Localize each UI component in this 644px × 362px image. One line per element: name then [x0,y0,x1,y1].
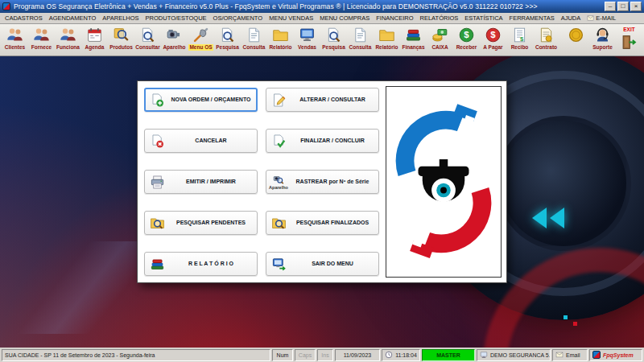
menu-email-label: E-MAIL [596,14,616,22]
toolbar-label: Fornece [31,44,52,51]
status-email[interactable]: Email [552,349,588,361]
people-icon [33,27,50,43]
toolbar-receber[interactable]: Receber [453,25,480,51]
toolbar-label: Funciona [56,44,80,51]
menu-relatorios[interactable]: RELATÓRIOS [417,13,462,23]
folder-icon [272,27,289,43]
box-search-icon [113,27,130,43]
status-location: SUA CIDADE - SP 11 de Setembro de 2023 -… [2,349,270,361]
toolbar-relatorio-vendas[interactable]: Relatório [374,25,400,51]
toolbar-clientes[interactable]: Clientes [2,25,28,51]
people-icon [6,27,23,43]
monitor-icon [299,27,316,43]
toolbar-label: Contrato [535,44,557,51]
button-label: PESQUISAR PENDENTES [168,220,254,226]
button-label: R E L A T Ó R I O [168,261,254,267]
wrench-camera-logo-icon [387,101,500,262]
computer-icon [480,351,488,359]
button-label: EMITIR / IMPRIMIR [168,179,254,185]
doc-search-icon [325,27,342,43]
button-label: SAIR DO MENU [290,261,375,267]
toolbar-label: Agenda [85,44,105,51]
toolbar-financas[interactable]: Finanças [400,25,427,51]
toolbar-coin[interactable] [563,25,589,44]
menu-cadastros[interactable]: CADASTROS [2,13,46,23]
status-brand-label: FpqSystem [603,352,634,358]
toolbar-exit[interactable]: EXIT [616,25,642,51]
menu-aparelhos[interactable]: APARELHOS [99,13,142,23]
toolbar-consultar-produtos[interactable]: Consultar [134,25,161,51]
toolbar-caixa[interactable]: CAIXA [427,25,453,51]
rastrear-serie-button[interactable]: Aparelho RASTREAR por Nº de Série [266,170,379,194]
cash-icon [431,27,448,43]
toolbar-menu-os[interactable]: Menu OS [188,25,214,51]
minimize-button[interactable]: – [605,2,616,11]
toolbar-pesquisa-vendas[interactable]: Pesquisa [320,25,347,51]
menu-financeiro[interactable]: FINANCEIRO [373,13,416,23]
menu-vendas[interactable]: MENU VENDAS [266,13,316,23]
close-button[interactable]: × [630,2,642,11]
toolbar-relatorio-os[interactable]: Relatório [267,25,294,51]
menu-exit-icon [271,257,287,272]
main-area: NOVA ORDEM / ORÇAMENTO ALTERAR / CONSULT… [0,56,644,348]
alterar-consultar-button[interactable]: ALTERAR / CONSULTAR [266,88,379,112]
maximize-button[interactable]: □ [617,2,629,11]
menu-agendamento[interactable]: AGENDAMENTO [46,13,100,23]
toolbar-consulta-os[interactable]: Consulta [241,25,267,51]
toolbar-a-pagar[interactable]: A Pagar [480,25,506,51]
doc-search-icon [139,27,156,43]
cancelar-button[interactable]: CANCELAR [144,129,258,153]
menu-produto-estoque[interactable]: PRODUTO/ESTOQUE [142,13,210,23]
status-time: 11:18:04 [382,349,420,361]
envelope-icon [555,351,564,359]
doc-check-icon [271,134,287,149]
chevron-left-icon [539,208,564,228]
os-menu-buttons: NOVA ORDEM / ORÇAMENTO ALTERAR / CONSULT… [142,86,381,278]
status-brand: FpqSystem [589,349,642,361]
dollar-red-icon [485,27,502,43]
status-date: 11/09/2023 [335,349,380,361]
menu-os-orcamento[interactable]: OS/ORÇAMENTO [210,13,266,23]
toolbar-label: Relatório [375,44,398,51]
pesquisar-pendentes-button[interactable]: PESQUISAR PENDENTES [144,211,258,235]
status-num-lock: Num [272,349,293,361]
status-caps-lock: Caps [295,349,316,361]
button-label: PESQUISAR FINALIZADOS [290,220,375,226]
toolbar-label: Produtos [109,44,133,51]
menu-estatistica[interactable]: ESTATÍSTICA [461,13,506,23]
device-icon [166,27,183,43]
toolbar-consulta-vendas[interactable]: Consulta [347,25,374,51]
toolbar-label: Vendas [298,44,316,51]
relatorio-button[interactable]: R E L A T Ó R I O [144,252,258,276]
toolbar-label: Consulta [243,44,266,51]
menu-email[interactable]: E-MAIL [584,13,619,23]
toolbar-vendas[interactable]: Vendas [294,25,320,51]
nova-ordem-button[interactable]: NOVA ORDEM / ORÇAMENTO [144,88,258,112]
toolbar-pesquisa-os[interactable]: Pesquisa [214,25,241,51]
finalizar-button[interactable]: FINALIZAR / CONCLUIR [266,129,379,153]
pencil-doc-icon [271,93,287,108]
emitir-imprimir-button[interactable]: EMITIR / IMPRIMIR [144,170,258,194]
device-search-icon [273,174,284,185]
sair-menu-button[interactable]: SAIR DO MENU [266,252,379,276]
people-icon [60,27,76,43]
menu-ferramentas[interactable]: FERRAMENTAS [506,13,558,23]
toolbar-contrato[interactable]: Contrato [533,25,559,51]
toolbar-label: Relatório [269,44,291,51]
coin-icon [568,27,584,43]
toolbar-fornecedores[interactable]: Fornece [28,25,55,51]
toolbar-label: A Pagar [483,44,502,51]
toolbar-agenda[interactable]: Agenda [81,25,108,51]
toolbar-produtos[interactable]: Produtos [108,25,134,51]
doc-plus-icon [150,93,165,108]
toolbar-aparelho[interactable]: Aparelho [161,25,188,51]
books-icon [405,27,422,43]
toolbar-suporte[interactable]: Suporte [589,25,616,51]
tools-icon [192,27,209,43]
toolbar-recibo[interactable]: Recibo [506,25,533,51]
menu-compras[interactable]: MENU COMPRAS [316,13,373,23]
pesquisar-finalizados-button[interactable]: PESQUISAR FINALIZADOS [266,211,379,235]
menu-ajuda[interactable]: AJUDA [558,13,584,23]
status-email-label: Email [566,352,580,358]
toolbar-funcionarios[interactable]: Funciona [55,25,81,51]
